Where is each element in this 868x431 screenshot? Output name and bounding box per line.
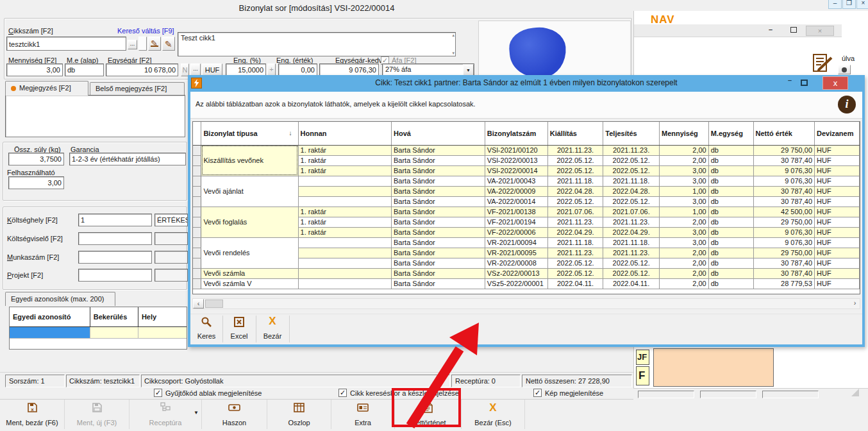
document-type-cell[interactable]: Vevői foglalás [201,207,298,237]
resize-grip[interactable] [851,389,859,396]
price-dots-button[interactable]: ... [190,63,201,76]
close-icon[interactable]: × [856,0,868,9]
eng-pct-input[interactable]: 15,0000 [226,63,266,76]
chevron-down-icon[interactable]: ▼ [463,64,474,76]
column-header[interactable]: Bizonylat típusa ↓ [201,122,298,145]
table-row[interactable]: Vevői ajánlatBarta SándorVA-2021/0004320… [193,176,860,186]
restore-icon[interactable]: ❐ [842,0,856,9]
scroll-down-icon[interactable]: ▾ [452,51,455,56]
kereso-valtas-link[interactable]: Kereső váltás [F9] [117,27,174,35]
table-row[interactable]: Vevői rendelésBarta SándorVR-2021/000942… [193,237,860,248]
column-header[interactable]: Bizonylatszám [485,122,547,145]
document-type-cell[interactable]: Vevői számla [201,268,298,278]
kedv-input[interactable]: 9 076,30 [319,63,379,76]
keszlet-checkbox[interactable]: ✓ [338,389,347,397]
column-header[interactable]: Egyedi azonosító [10,307,90,326]
toolbar-button-haszon[interactable]: Haszon [202,400,267,429]
column-header[interactable]: Nettó érték [753,122,814,145]
toolbar-button-ment-bezár-f6-[interactable]: xMent, bezár (F6) [0,400,64,429]
toolbar-button-oszlop[interactable]: Oszlop [267,400,331,429]
tab-megjegyzes[interactable]: Megjegyzés [F2] [5,81,88,96]
info-icon[interactable]: i [838,96,856,114]
dialog-close-button[interactable]: x [822,76,848,90]
egysegar-input[interactable]: 10 678,00 [106,63,178,76]
mennyiseg-input[interactable]: 3,00 [6,63,63,76]
projekt-input[interactable] [78,269,152,282]
document-type-cell[interactable]: Vevői rendelés [201,237,298,268]
dialog-titlebar[interactable]: Cikk: Teszt cikk1 partner: Barta Sándor … [188,75,865,92]
koltsegviselo-input[interactable] [78,232,152,245]
bezar-button[interactable]: X Bezár [258,316,287,344]
scroll-up-icon[interactable]: ▴ [452,33,455,38]
row-header-cell[interactable] [193,237,201,248]
me-input[interactable]: db [65,63,104,76]
row-header-cell[interactable] [193,268,201,278]
column-header[interactable]: Hová [391,122,485,145]
chevron-down-icon[interactable]: ▼ [194,410,199,416]
minimize-icon[interactable]: – [828,0,842,9]
document-type-cell[interactable]: Kiszállítás vevőnek [201,145,298,176]
currency-button[interactable]: HUF [202,63,222,76]
koltseghely-input[interactable]: 1 [78,214,152,226]
cikkszam-input[interactable]: tesztcikk1 [6,37,126,51]
row-header-cell[interactable] [193,186,201,196]
item-name-textarea[interactable]: Teszt cikk1 ▴ ▾ [178,32,456,56]
ossz-suly-input[interactable]: 3,7500 [8,153,64,165]
table-row[interactable]: Vevői foglalás1. raktárBarta SándorVF-20… [193,207,860,217]
minimize-icon[interactable]: – [769,26,772,33]
edit-button[interactable]: ✎ [162,37,175,51]
horizontal-scrollbar[interactable]: ‹ › [192,298,860,309]
plus-button[interactable]: + [267,63,276,76]
table-row[interactable]: Kiszállítás vevőnek1. raktárBarta Sándor… [193,145,860,155]
munkaszam-input[interactable] [78,251,152,264]
row-header-cell[interactable] [193,176,201,186]
scrollbar-thumb[interactable] [205,300,223,308]
blank-button[interactable] [138,37,147,51]
row-header-cell[interactable] [193,258,201,268]
row-header-cell[interactable] [193,248,201,258]
row-header-cell[interactable] [193,145,201,155]
keres-button[interactable]: Keres [193,316,220,344]
row-header-cell[interactable] [193,217,201,227]
document-type-cell[interactable]: Vevői számla V [201,278,298,289]
column-header[interactable]: Bekerülés [90,307,138,326]
row-header-cell[interactable] [193,207,201,217]
column-header[interactable]: Mennyiség [659,122,708,145]
scroll-right-icon[interactable]: › [850,299,860,308]
excel-button[interactable]: Excel [225,316,253,344]
column-header[interactable]: Devizanem [815,122,860,145]
row-header-cell[interactable] [193,196,201,207]
column-header[interactable]: Hely [138,307,187,326]
gyujtokod-checkbox[interactable]: ✓ [154,389,162,397]
row-header-cell[interactable] [193,155,201,165]
edit-note-button[interactable]: ✎ [148,37,161,51]
column-header[interactable]: Kiállítás [547,122,603,145]
maximize-icon[interactable] [790,27,797,33]
table-row[interactable]: Vevői számla VBarta SándorVSz5-2022/0000… [193,278,860,289]
dialog-maximize-icon[interactable] [801,80,808,86]
row-header-cell[interactable] [193,165,201,176]
edit-document-icon[interactable] [812,53,834,74]
lookup-dots-button[interactable]: ... [128,40,137,49]
tab-egyedi-azonositok[interactable]: Egyedi azonosítók (max. 200) [5,292,115,306]
table-row[interactable] [10,327,187,339]
document-type-cell[interactable]: Vevői ajánlat [201,176,298,207]
eng-val-input[interactable]: 0,00 [278,63,317,76]
netto-brutto-button[interactable]: N [181,63,189,76]
column-header[interactable]: M.egység [708,122,753,145]
afa-select[interactable]: 27% áfa ▼ [382,63,474,76]
row-header-cell[interactable] [193,227,201,237]
megjegyzes-textarea[interactable] [5,95,185,137]
camera-button[interactable] [838,65,851,74]
row-header-cell[interactable] [193,278,201,289]
table-row[interactable]: Vevői számlaBarta SándorVSz-2022/0001320… [193,268,860,278]
column-header[interactable]: Honnan [298,122,391,145]
garancia-select[interactable]: 1-2-3 év (értékhatár jótállás) [69,153,186,165]
column-header[interactable]: Teljesítés [603,122,660,145]
tab-belso-megjegyzes[interactable]: Belső megjegyzés [F2] [90,82,185,96]
felhasznalhato-input[interactable]: 3,00 [8,176,64,189]
scroll-left-icon[interactable]: ‹ [193,299,204,308]
dialog-minimize-icon[interactable]: – [783,76,797,84]
toolbar-button-receptúra[interactable]: Receptúra▼ [129,400,201,429]
kep-checkbox[interactable]: ✓ [533,389,542,397]
